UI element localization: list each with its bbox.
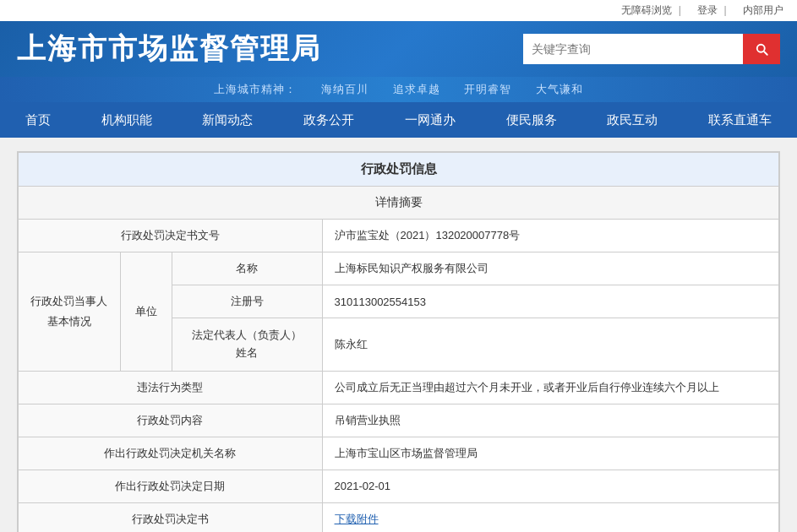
top-bar: 无障碍浏览 | 登录 | 内部用户 [0, 0, 797, 21]
table-row-section: 行政处罚信息 [19, 153, 779, 187]
download-attachment-link[interactable]: 下载附件 [335, 513, 379, 525]
search-icon [754, 41, 769, 57]
label-unit: 单位 [120, 252, 172, 372]
header: 上海市市场监督管理局 [0, 21, 797, 77]
table-row-violation: 违法行为类型公司成立后无正当理由超过六个月未开业，或者开业后自行停业连续六个月以… [19, 371, 779, 404]
subtitle-spirit: 上海城市精神： [214, 83, 297, 95]
subtitle-item-1: 海纳百川 [321, 83, 368, 95]
nav-item-affairs[interactable]: 政务公开 [288, 102, 369, 138]
subtitle-item-4: 大气谦和 [536, 83, 583, 95]
main-content: 行政处罚信息详情摘要行政处罚决定书文号沪市监宝处（2021）1320200077… [17, 151, 780, 532]
table-row-doc-no: 行政处罚决定书文号沪市监宝处（2021）132020007778号 [19, 220, 779, 252]
subtitle-item-3: 开明睿智 [464, 83, 511, 95]
table-row-date: 作出行政处罚决定日期2021-02-01 [19, 470, 779, 502]
nav-item-interaction[interactable]: 政民互动 [592, 102, 673, 138]
site-title: 上海市市场监督管理局 [17, 30, 321, 68]
nav-item-home[interactable]: 首页 [10, 102, 66, 138]
login-link[interactable]: 登录 [697, 4, 718, 16]
subtitle-item-2: 追求卓越 [393, 83, 440, 95]
search-button[interactable] [743, 34, 780, 64]
nav-item-news[interactable]: 新闻动态 [187, 102, 268, 138]
nav-item-online[interactable]: 一网通办 [390, 102, 471, 138]
search-area [523, 34, 780, 64]
penalty-table: 行政处罚信息详情摘要行政处罚决定书文号沪市监宝处（2021）1320200077… [18, 152, 779, 532]
table-row-party-name: 行政处罚当事人基本情况单位名称上海标民知识产权服务有限公司 [19, 252, 779, 285]
table-row-authority: 作出行政处罚决定机关名称上海市宝山区市场监督管理局 [19, 437, 779, 470]
main-nav: 首页 机构职能 新闻动态 政务公开 一网通办 便民服务 政民互动 联系直通车 [0, 102, 797, 138]
nav-item-service[interactable]: 便民服务 [491, 102, 572, 138]
table-row-penalty-content: 行政处罚内容吊销营业执照 [19, 404, 779, 437]
internal-link[interactable]: 内部用户 [743, 4, 783, 16]
nav-item-org[interactable]: 机构职能 [86, 102, 167, 138]
subtitle-banner: 上海城市精神： 海纳百川 追求卓越 开明睿智 大气谦和 [0, 77, 797, 102]
label-party: 行政处罚当事人基本情况 [19, 252, 121, 372]
table-row-detail: 详情摘要 [19, 187, 779, 220]
accessible-link[interactable]: 无障碍浏览 [621, 4, 672, 16]
search-input[interactable] [523, 34, 743, 64]
table-row-decision-doc: 行政处罚决定书下载附件 [19, 502, 779, 532]
nav-item-contact[interactable]: 联系直通车 [693, 102, 787, 138]
